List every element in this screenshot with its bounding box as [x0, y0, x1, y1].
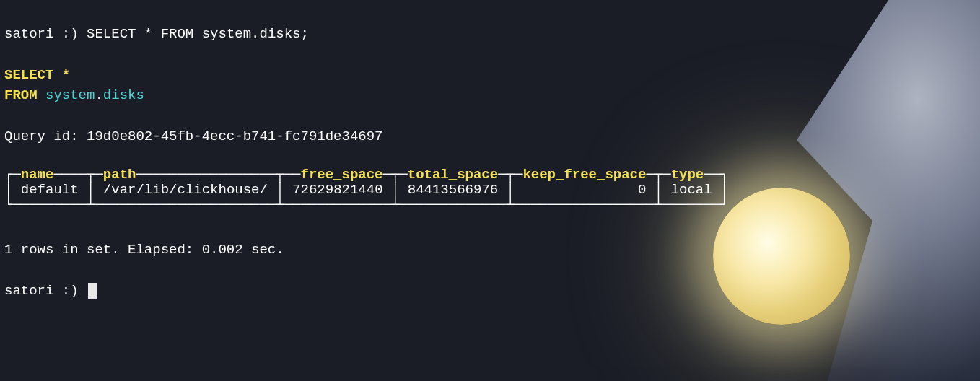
query-id-label: Query id:	[4, 128, 79, 144]
query-id-line: Query id: 19d0e802-45fb-4ecc-b741-fc791d…	[4, 128, 383, 144]
prompt-host: satori	[4, 26, 53, 42]
kw-star: *	[62, 67, 70, 83]
cell-type: local	[671, 182, 712, 198]
prompt-line-2[interactable]: satori :)	[4, 283, 97, 299]
table-bottom-border: └─────────┴──────────────────────┴──────…	[4, 197, 728, 213]
cell-keep-free-space: 0	[638, 182, 646, 198]
terminal-output[interactable]: satori :) SELECT * FROM system.disks; SE…	[0, 0, 980, 304]
col-total-space: total_space	[408, 167, 498, 183]
prompt-face-2: :)	[62, 283, 79, 299]
cell-total-space: 84413566976	[408, 182, 498, 198]
kw-from: FROM	[4, 87, 38, 103]
entered-command: SELECT * FROM system.disks;	[87, 26, 309, 42]
result-table: ┌─name────┬─path─────────────────┬──free…	[4, 153, 976, 214]
table-row: │ default │ /var/lib/clickhouse/ │ 72629…	[4, 182, 728, 198]
col-free-space: free_space	[301, 167, 383, 183]
col-type: type	[671, 167, 704, 183]
kw-select: SELECT	[4, 67, 53, 83]
cursor-icon	[88, 283, 97, 299]
ident-table: disks	[103, 87, 144, 103]
ident-schema: system	[45, 87, 95, 103]
result-summary: 1 rows in set. Elapsed: 0.002 sec.	[4, 242, 284, 258]
col-keep-free-space: keep_free_space	[522, 167, 646, 183]
cell-free-space: 72629821440	[292, 182, 382, 198]
col-path: path	[103, 167, 136, 183]
echo-line-2: FROM system.disks	[4, 87, 144, 103]
ident-dot: .	[95, 87, 102, 103]
col-name: name	[21, 167, 54, 183]
prompt-host-2: satori	[4, 283, 53, 299]
query-id-value: 19d0e802-45fb-4ecc-b741-fc791de34697	[87, 128, 382, 144]
table-top-border: ┌─	[4, 167, 21, 183]
cell-path: /var/lib/clickhouse/	[103, 182, 268, 198]
cell-name: default	[21, 182, 79, 198]
echo-line-1: SELECT *	[4, 67, 70, 83]
prompt-line: satori :) SELECT * FROM system.disks;	[4, 26, 309, 42]
prompt-face: :)	[62, 26, 79, 42]
